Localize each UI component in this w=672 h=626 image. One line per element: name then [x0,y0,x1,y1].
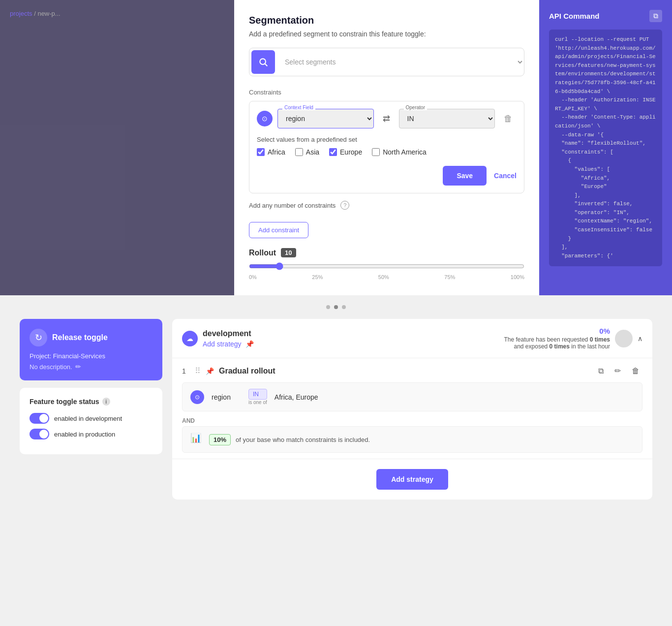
env-exposed-bold: 0 times [550,343,570,350]
rollout-value: 10 [281,248,296,257]
env-chart-circle [615,330,633,347]
context-field-wrapper: Context Field region [277,109,374,128]
save-button[interactable]: Save [443,166,487,186]
toggle-prod-row: enabled in production [30,429,153,439]
checkbox-europe[interactable]: Europe [329,148,362,156]
toggle-status-card: Feature toggle status i enabled in devel… [20,388,162,454]
add-constraint-button[interactable]: Add constraint [249,222,308,238]
slider-label-0: 0% [249,274,257,280]
dot-1[interactable] [326,305,330,309]
checkbox-north-america-input[interactable] [372,148,380,156]
segmentation-dialog: Segmentation Add a predefined segment to… [234,0,539,295]
toggle-dev-switch[interactable] [30,413,49,424]
rollout-label-row: Rollout 10 [249,248,524,257]
slider-labels: 0% 25% 50% 75% 100% [249,274,524,280]
segment-search-icon-btn[interactable] [251,50,275,74]
edit-description-button[interactable]: ✏ [75,363,81,371]
slider-label-100: 100% [511,274,524,280]
checkbox-group: Africa Asia Europe North America [257,148,517,156]
checkbox-asia[interactable]: Asia [295,148,319,156]
constraints-label: Constraints [249,89,524,96]
dot-3[interactable] [342,305,346,309]
api-copy-button[interactable]: ⧉ [649,10,662,22]
api-code-block: curl --location --request PUT 'http://un… [549,30,662,266]
toggle-dev-row: enabled in development [30,413,153,424]
slider-label-75: 75% [444,274,455,280]
dot-2[interactable] [334,305,338,309]
api-panel-title: API Command [549,12,600,20]
help-icon[interactable]: ? [340,201,349,210]
env-stats-line3: in the last hour [571,343,610,350]
slider-label-50: 50% [378,274,389,280]
constraint-field-icon: ⊙ [190,390,204,404]
checkbox-europe-input[interactable] [329,148,337,156]
strategy-edit-button[interactable]: ✏ [611,364,624,377]
main-content: ☁ development Add strategy 📌 0% The feat… [172,319,652,500]
cancel-button[interactable]: Cancel [494,166,517,186]
checkbox-north-america-label: North America [383,148,427,156]
sidebar-card: ↻ Release toggle Project: Financial-Serv… [20,319,162,500]
svg-line-1 [265,64,268,66]
env-stats-line1: The feature has been requested [504,336,588,343]
toggle-status-title: Feature toggle status i [30,398,153,406]
checkbox-asia-input[interactable] [295,148,303,156]
toggle-prod-switch[interactable] [30,429,49,439]
dialog-subtitle: Add a predefined segment to constrain th… [249,30,524,38]
release-title: Release toggle [52,333,108,342]
checkbox-africa-label: Africa [268,148,285,156]
context-field-select[interactable]: region [277,109,374,128]
collapse-env-button[interactable]: ∧ [638,335,642,343]
strategy-copy-button[interactable]: ⧉ [595,364,607,377]
drag-icon[interactable]: ⠿ [195,366,201,376]
api-panel-header: API Command ⧉ [549,10,662,22]
strategy-pin-icon: 📌 [206,367,214,375]
breadcrumb: projects / new-p... [10,10,224,17]
add-strategy-button[interactable]: Add strategy [376,469,448,490]
checkbox-africa-input[interactable] [257,148,265,156]
strategy-row: 1 ⠿ 📌 Gradual rollout ⧉ ✏ 🗑 ⊙ region IN [172,358,652,459]
release-toggle-icon: ↻ [30,329,47,346]
env-requests-bold: 0 times [590,336,610,343]
checkbox-asia-label: Asia [306,148,319,156]
rollout-pct-badge: 10% [209,434,231,445]
delete-constraint-button[interactable]: 🗑 [500,110,517,128]
env-header-right: 0% The feature has been requested 0 time… [504,327,643,350]
predefined-label: Select values from a predefined set [257,136,517,143]
checkbox-north-america[interactable]: North America [372,148,427,156]
operator-select[interactable]: IN [399,109,495,128]
env-stats-line2: and exposed [514,343,548,350]
add-strategy-link[interactable]: Add strategy [203,340,242,348]
checkbox-africa[interactable]: Africa [257,148,285,156]
constraint-op-badge: IN [248,389,267,400]
env-header: ☁ development Add strategy 📌 0% The feat… [172,319,652,358]
segment-select-dropdown[interactable]: Select segments [277,58,524,66]
constraint-header: ⊙ Context Field region ⇄ Operator IN [257,109,517,128]
constraint-op-wrapper: IN is one of [248,389,267,405]
constraint-op-sub: is one of [248,400,267,405]
strategy-header: 1 ⠿ 📌 Gradual rollout ⧉ ✏ 🗑 [182,364,642,377]
slider-label-25: 25% [312,274,323,280]
slider-wrapper: 0% 25% 50% 75% 100% [249,262,524,280]
rollout-detail-text: of your base who match constraints is in… [236,436,370,443]
add-constraint-section: Add any number of constraints ? [249,201,524,210]
add-constraint-text: Add any number of constraints [249,202,336,209]
toggle-status-info-icon[interactable]: i [102,398,110,406]
rollout-slider[interactable] [249,262,524,270]
operator-label: Operator [404,105,427,110]
constraint-field-name: region [212,393,241,401]
toggle-dev-label: enabled in development [54,415,122,422]
invert-button[interactable]: ⇄ [379,109,394,128]
release-project: Project: Financial-Services [30,352,153,360]
constraint-actions: Save Cancel [257,166,517,186]
bottom-content: ↻ Release toggle Project: Financial-Serv… [20,319,652,500]
and-separator: AND [182,415,642,426]
breadcrumb-projects[interactable]: projects [10,10,32,17]
operator-wrapper: Operator IN [399,109,495,128]
constraint-box: ⊙ Context Field region ⇄ Operator IN [249,101,524,193]
dots-nav [20,305,652,309]
env-name: development [203,329,504,338]
constraint-detail-row: ⊙ region IN is one of Africa, Europe [182,382,642,411]
strategy-delete-button[interactable]: 🗑 [629,364,642,377]
checkbox-europe-label: Europe [340,148,362,156]
strategy-name: Gradual rollout [219,367,590,376]
